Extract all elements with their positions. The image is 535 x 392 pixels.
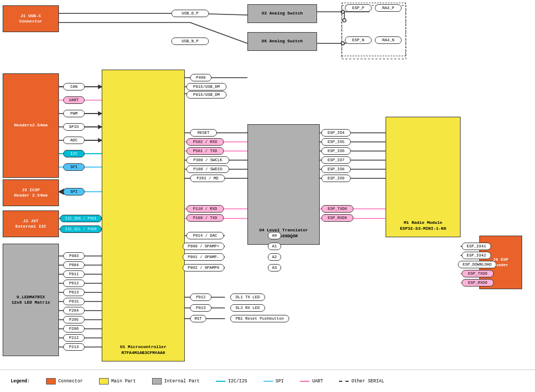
a1-pill: A1 [268,243,281,250]
p204-pill: P204 [63,307,85,314]
svg-rect-12 [342,5,406,59]
p083-pill: P083 [63,252,85,260]
esp-io7-u4-pill: ESP_IO7 [321,156,351,164]
esp-io6-u4-pill: ESP_IO6 [321,147,351,155]
p002-opamp-pill: P002 / OPAMP0 [183,264,224,272]
p001-opamp-pill: P001 / OPAMP- [183,253,224,261]
j2-jst-block: J2 JST External I2C [3,210,59,237]
i2c-pill: I2C [63,150,85,157]
internal-part-label: Internal Part [164,379,200,384]
p501-txd-pill: P501 / TXD [186,147,224,155]
gpio-pill: GPIO [63,123,85,131]
m1-radio-block: M1 Radio Module ESP32-S3-MINI-1-N8 [386,117,461,237]
legend-spi: SPI [263,379,284,384]
i2c-scl-pill: I2C_SCL / P400 [60,225,102,233]
a0-pill: A0 [268,232,281,239]
legend-main-part: Main Part [99,378,136,385]
j3-icsp-block: J3 ICSP Header 2.54mm [3,179,59,206]
i2c-label: I2C/I2S [228,379,247,384]
p109-txd-pill: P109 / TXD [186,214,224,222]
u-ledmatrix-block: U_LEDMATRIX 12x8 LED Matrix [3,244,59,356]
esp-txd0-u4-pill: ESP_TXD0 [321,205,353,213]
pwm-pill: PWM [63,110,85,117]
p502-rxd-pill: P502 / RXD [186,138,224,146]
internal-part-swatch [152,378,162,385]
connector-label: Connector [58,379,83,384]
legend-uart: UART [300,379,323,384]
p012-dled-pill: P012 [190,293,212,301]
p205-pill: P205 [63,316,85,323]
u1-micro-block: U1 Microcontroller R7FA4M1AB3CFM#AA0 [102,70,185,361]
p213-pill: P213 [63,343,85,351]
esp-io41-pill: ESP_IO41 [462,243,491,250]
ra4-n-pill: RA4_N [375,36,402,44]
p013-dled-pill: P013 [190,304,212,312]
p015-pill: P015 [63,298,85,305]
p084-pill: P084 [63,261,85,269]
u2-analog-block: U2 Analog Switch [247,4,317,23]
ra4-p-pill: RA4_P [375,4,402,12]
p915-dm2-pill: P915/USB_DM [186,91,227,99]
rst-pill: RST [190,315,206,322]
svg-point-5 [341,10,344,13]
uart-line-swatch [300,381,310,382]
legend-internal-part: Internal Part [152,378,200,385]
headers254-block: Headers2.54mm [3,73,59,178]
pb1-pill: PB1 Reset Pushbutton [230,315,289,322]
p012-led-pill: P012 [63,280,85,287]
u6-analog-block: U6 Analog Switch [247,32,317,51]
i2c-line-swatch [216,381,225,382]
p300-swclk-pill: P300 / SWCLK [186,156,229,164]
legend-label: Legend: [11,379,30,384]
spi-label: SPI [276,379,284,384]
p212-pill: P212 [63,334,85,342]
p201-md-pill: P201 / MD [190,175,225,182]
other-serial-swatch [339,381,349,382]
dl1-pill: DL1 TX LED [230,293,265,301]
spi-j3-pill: SPI [63,188,85,195]
uart-pill: UART [63,96,85,104]
esp-io8-u4-pill: ESP_IO8 [321,165,351,173]
uart-label: UART [312,379,323,384]
legend-connector: Connector [46,378,83,385]
reset-pill: RESET [190,129,217,137]
p000-opamp-pill: P000 / OPAMP+ [183,243,224,250]
legend: Legend: Connector Main Part Internal Par… [0,370,535,392]
other-serial-label: Other SERIAL [351,379,384,384]
esp-download-pill: ESP_DOWNLOAD [458,261,496,268]
svg-point-10 [341,42,344,45]
esp-rxd0-j6-pill: ESP_RXD0 [462,279,494,287]
esp-txd0-j6-pill: ESP_TXD0 [462,270,494,277]
dl2-pill: DL2 RX LED [230,304,265,312]
main-part-swatch [99,378,109,385]
p013-led-pill: P013 [63,289,85,296]
j1-usb-block: J1 USB-C Connector [3,5,59,32]
spi-headers-pill: SPI [63,163,85,171]
esp-io42-pill: ESP_IO42 [462,252,491,259]
p011-pill: P011 [63,270,85,278]
usb-np-pill: USB_N_P [171,37,209,45]
esp-rxd0-u4-pill: ESP_RXD0 [321,214,353,222]
adc-pill: ADC [63,137,85,144]
svg-point-8 [343,19,346,22]
i2c-sda-pill: I2C_SDA / P401 [60,215,102,222]
a2-pill: A2 [268,253,281,261]
a3-pill: A3 [268,264,281,272]
esp-p-pill: ESP_P [345,4,372,12]
p915-dm1-pill: P915/USB_DM [186,83,227,91]
p206-pill: P206 [63,325,85,333]
p108-swdio-pill: P108 / SWDIO [186,165,229,173]
p014-dac-pill: P014 / DAC [186,232,224,239]
esp-io9-u4-pill: ESP_IO9 [321,175,351,182]
esp-io5-u4-pill: ESP_IO5 [321,138,351,146]
main-part-label: Main Part [111,379,136,384]
legend-i2c: I2C/I2S [216,379,247,384]
u4-level-block: U4 Level Translator TXB0108DQSR [247,124,320,245]
connector-swatch [46,378,56,385]
p110-rxd-pill: P110 / RXD [186,205,224,213]
esp-io4-u4-pill: ESP_IO4 [321,129,351,137]
diagram: J1 USB-C Connector USB_D_P USB_N_P U2 An… [0,0,535,370]
p408-pill: P408 [190,74,212,81]
spi-line-swatch [263,381,273,382]
esp-n-pill: ESP_N [345,36,372,44]
